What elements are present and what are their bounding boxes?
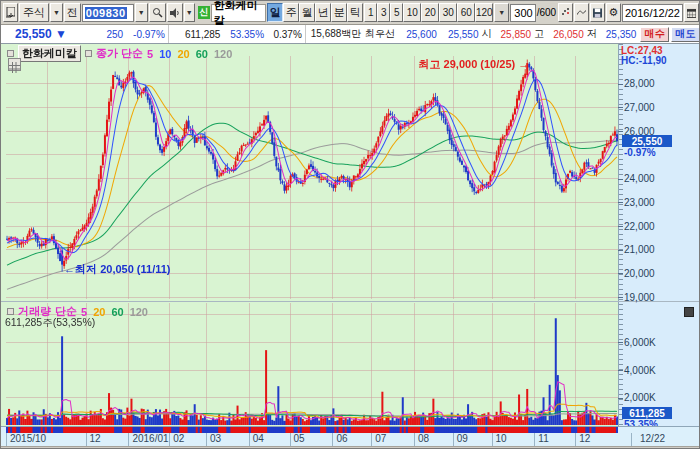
save-icon[interactable] xyxy=(590,3,605,22)
period-button-group: 일주월년분틱 xyxy=(267,3,363,22)
x-axis-label-02: 02 xyxy=(169,433,184,446)
minute-button-20[interactable]: 20 xyxy=(421,3,439,22)
high-annotation: 최고 29,000 (10/25) → xyxy=(419,57,530,72)
x-axis-label-12: 12 xyxy=(575,433,590,446)
volume-panel-icon[interactable] xyxy=(684,307,694,317)
buy-button[interactable]: 매수 xyxy=(640,27,669,42)
speaker-icon[interactable] xyxy=(167,3,183,22)
bars-shown-value: 300 xyxy=(514,7,532,19)
turnover-pct: 0.37% xyxy=(267,25,305,43)
bars-shown-input[interactable]: 300 xyxy=(510,4,535,22)
x-axis-label-07: 07 xyxy=(371,433,386,446)
price-change-pct: -0.97% xyxy=(126,25,168,43)
x-axis-end-label: 12/22 xyxy=(631,433,665,446)
ma-period-label-60: 60 xyxy=(111,306,123,318)
speaker-dropdown-icon[interactable] xyxy=(184,3,195,22)
low-price: 25,350 xyxy=(600,25,640,43)
period-button-틱[interactable]: 틱 xyxy=(347,3,363,22)
stock-chart-window: 주식 전 009830 신 한화케미칼 일주월년분틱 1351020306012… xyxy=(0,0,700,449)
minute-button-120[interactable]: 120 xyxy=(475,3,493,22)
low-annotation: ←최저 20,050 (11/11) xyxy=(64,262,170,277)
high-label: 고 xyxy=(534,25,547,43)
x-axis-label-09: 09 xyxy=(453,433,468,446)
ma-period-label-120: 120 xyxy=(130,306,148,318)
minute-button-60[interactable]: 60 xyxy=(457,3,475,22)
price-axis-tick: 21,000 xyxy=(624,244,655,255)
ma-period-label-120: 120 xyxy=(214,48,232,60)
date-input[interactable]: 2016/12/22 xyxy=(622,4,683,22)
price-chart-legend: 한화케미칼 종가 단순 5102060120 xyxy=(7,45,238,62)
ma-period-label-5: 5 xyxy=(147,48,153,60)
stock-name-field: 한화케미칼 xyxy=(211,4,267,22)
legend-toggle-icon[interactable] xyxy=(85,50,92,57)
line-chart-icon[interactable] xyxy=(574,3,589,22)
period-button-주[interactable]: 주 xyxy=(283,3,299,22)
period-button-월[interactable]: 월 xyxy=(299,3,315,22)
calendar-icon[interactable] xyxy=(684,3,699,22)
volume-value: 611,285 xyxy=(168,25,224,43)
sell-button[interactable]: 매도 xyxy=(671,27,700,42)
x-axis-label-04: 04 xyxy=(249,433,264,446)
empty-dropdown-icon[interactable] xyxy=(494,3,509,22)
volume-ratio: 53.35% xyxy=(223,25,267,43)
gear-icon[interactable]: ⚙ xyxy=(606,3,621,22)
new-stock-badge: 신 xyxy=(198,6,210,19)
price-axis-tick: 24,000 xyxy=(624,173,655,184)
minute-button-10[interactable]: 10 xyxy=(403,3,421,22)
minute-button-3[interactable]: 3 xyxy=(377,3,390,22)
volume-chart-canvas[interactable] xyxy=(6,303,618,425)
price-change: 250 xyxy=(86,25,126,43)
x-axis-label-08: 08 xyxy=(414,433,429,446)
minute-button-1[interactable]: 1 xyxy=(364,3,377,22)
minute-button-30[interactable]: 30 xyxy=(439,3,457,22)
date-value: 2016/12/22 xyxy=(625,7,680,19)
minute-button-5[interactable]: 5 xyxy=(390,3,403,22)
dot-chart-icon[interactable] xyxy=(558,3,573,22)
ma-period-label-60: 60 xyxy=(196,48,208,60)
high-price: 26,050 xyxy=(547,25,587,43)
stock-code-input[interactable]: 009830 xyxy=(82,4,134,22)
x-axis-label-2016-01: 2016/01 xyxy=(128,433,168,446)
window-switch-icon[interactable] xyxy=(3,3,18,22)
jun-button[interactable]: 전 xyxy=(64,3,81,22)
legend-toggle-icon[interactable] xyxy=(7,50,14,57)
axis-minor-ticks xyxy=(619,44,623,426)
x-axis-label-12: 12 xyxy=(86,433,101,446)
bars-total-label: /600 xyxy=(537,7,557,18)
low-label: 저 xyxy=(587,25,600,43)
asset-type-label: 주식 xyxy=(23,5,45,20)
asset-type-dropdown-icon[interactable] xyxy=(50,3,63,22)
panel-divider[interactable] xyxy=(1,301,700,302)
price-axis-tick: 27,000 xyxy=(624,102,655,113)
legend-toggle-icon[interactable] xyxy=(7,308,14,315)
ma-period-list: 5102060120 xyxy=(147,48,238,60)
legend-ma-type: 종가 단순 xyxy=(96,46,143,61)
search-icon[interactable] xyxy=(149,3,166,22)
x-axis-label-06: 06 xyxy=(332,433,347,446)
price-axis-tick: 28,000 xyxy=(624,78,655,89)
current-price-badge: 25,550 xyxy=(622,135,672,147)
best-ask: 25,600 xyxy=(398,25,440,43)
open-price: 25,850 xyxy=(494,25,534,43)
best-bid: 25,550 xyxy=(440,25,482,43)
grid-icon[interactable] xyxy=(8,58,21,71)
period-button-년[interactable]: 년 xyxy=(315,3,331,22)
current-volume-badge: 611,285 xyxy=(622,407,672,419)
current-price-pct: -0.97% xyxy=(624,147,656,158)
period-button-분[interactable]: 분 xyxy=(331,3,347,22)
best-quote-label: 최우선 xyxy=(364,25,398,43)
asset-type-select[interactable]: 주식 xyxy=(19,3,49,22)
quote-bar: 25,550 ▼ 250 -0.97% 611,285 53.35% 0.37%… xyxy=(1,25,700,44)
volume-summary: 611,285주(53,35%) xyxy=(5,316,95,330)
price-axis-tick: 22,000 xyxy=(624,221,655,232)
x-axis-label-2015-10: 2015/10 xyxy=(6,433,46,446)
x-axis-label-11: 11 xyxy=(534,433,548,446)
period-button-일[interactable]: 일 xyxy=(267,3,283,22)
volume-axis-tick: 6,000K xyxy=(624,337,656,348)
price-axis-tick: 23,000 xyxy=(624,197,655,208)
x-axis-label-05: 05 xyxy=(290,433,305,446)
hc-value: HC:-11,90 xyxy=(621,55,667,66)
open-label: 시 xyxy=(481,25,494,43)
code-dropdown-icon[interactable] xyxy=(135,3,148,22)
legend-stock-name: 한화케미칼 xyxy=(18,45,81,62)
